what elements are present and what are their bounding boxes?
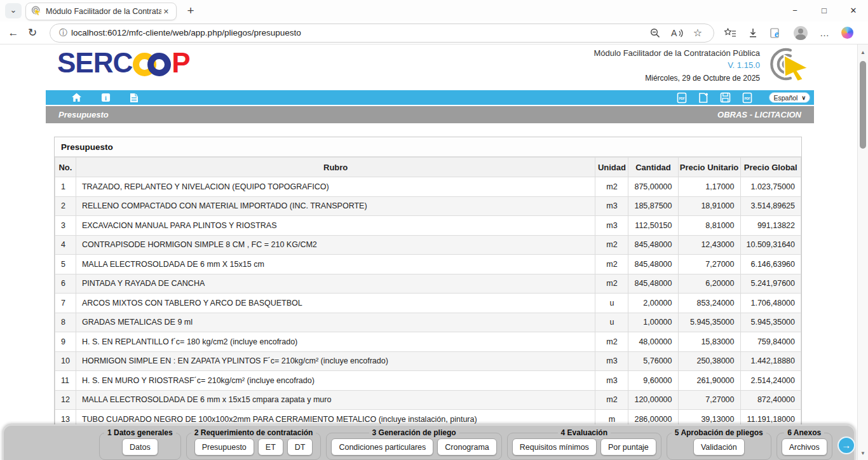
footer-button-datos[interactable]: Datos: [122, 438, 158, 456]
cell-unidad: m2: [595, 255, 628, 274]
zoom-out-icon[interactable]: [650, 28, 660, 38]
cell-precio-global: 1.442,18880: [740, 351, 801, 371]
wizard-step-legend: 3 Generación de pliego: [369, 428, 459, 437]
budget-card: Presupuesto No. Rubro Unidad Cantidad Pr…: [54, 137, 802, 430]
cell-cantidad: 845,48000: [628, 255, 678, 274]
cell-rubro: RELLENO COMPACTADO CON MATERIAL IMPORTAD…: [76, 196, 595, 216]
cell-unidad: u: [595, 294, 628, 313]
main-menu-bar: i PDF: [46, 90, 814, 105]
document-icon[interactable]: [130, 93, 139, 103]
scrollbar-down-icon[interactable]: ▼: [858, 450, 868, 456]
maximize-button[interactable]: □: [810, 0, 839, 22]
language-select[interactable]: Español ∨: [769, 92, 810, 103]
footer-button-condiciones-particulares[interactable]: Condiciones particulares: [331, 438, 433, 456]
browser-window: ⌄ Módulo Facilitador de la Contrata ✕ + …: [0, 0, 868, 460]
tab-search-button[interactable]: ⌄: [5, 3, 22, 18]
favorites-list-icon[interactable]: [724, 28, 736, 38]
wizard-step-group: 6 Anexos Archivos: [776, 428, 832, 460]
new-file-icon[interactable]: [698, 92, 709, 104]
footer-button-requisitos-minimos[interactable]: Requisitos mínimos: [512, 438, 597, 456]
home-icon[interactable]: [71, 93, 82, 102]
cell-rubro: MALLA ELECTROSOLDADA DE 6 mm X 15x15 cm: [76, 255, 595, 274]
browser-toolbar: e …: [724, 26, 853, 40]
wizard-step-buttons: Validación: [672, 438, 766, 456]
browser-tab[interactable]: Módulo Facilitador de la Contrata ✕: [25, 3, 177, 20]
cell-rubro: H. S. EN REPLANTILLO f´c= 180 kg/cm2 (in…: [76, 332, 595, 352]
site-info-icon[interactable]: ⓘ: [59, 27, 67, 39]
copilot-icon[interactable]: [841, 27, 853, 39]
page-scrollbar[interactable]: ▲ ▼: [857, 44, 868, 460]
cell-unidad: m3: [595, 351, 628, 371]
footer-button-et[interactable]: ET: [258, 438, 283, 456]
cell-rubro: TRAZADO, REPLANTEO Y NIVELACION (EQUIPO …: [76, 177, 595, 197]
settings-menu-icon[interactable]: …: [820, 27, 829, 38]
refresh-button[interactable]: ↻: [23, 26, 42, 39]
wizard-step-group: 2 Requerimiento de contratación Presupue…: [186, 428, 322, 460]
footer-button-presupuesto[interactable]: Presupuesto: [194, 438, 254, 456]
cell-precio-unitario: 250,38000: [678, 351, 740, 371]
wizard-step-legend: 1 Datos generales: [104, 428, 176, 437]
menu-right-icons: PDF: [677, 92, 810, 104]
cell-no: 5: [55, 255, 76, 274]
save-icon[interactable]: [720, 92, 731, 103]
cell-precio-unitario: 18,91000: [678, 196, 740, 216]
web-page: SERC P Módulo Facilitador de la Contrata…: [0, 44, 868, 460]
tab-title: Módulo Facilitador de la Contrata: [46, 7, 161, 16]
profile-avatar[interactable]: [794, 26, 808, 40]
table-row: 10 HORMIGON SIMPLE EN : EN ZAPATA YPLINT…: [55, 351, 801, 371]
tab-close-icon[interactable]: ✕: [161, 8, 171, 16]
next-step-button[interactable]: →: [837, 436, 855, 454]
footer-button-archivos[interactable]: Archivos: [782, 438, 827, 456]
back-button[interactable]: ←: [4, 27, 23, 39]
scrollbar-thumb[interactable]: [860, 61, 866, 149]
cell-precio-global: 872,40000: [740, 390, 801, 410]
app-title: Módulo Facilitador de la Contratación Pú…: [593, 48, 760, 58]
cell-rubro: GRADAS METALICAS DE 9 ml: [76, 313, 595, 332]
cell-cantidad: 120,00000: [628, 390, 678, 410]
cell-cantidad: 875,00000: [628, 177, 678, 197]
cell-precio-unitario: 1,17000: [678, 177, 740, 197]
wizard-step-legend: 4 Evaluación: [558, 428, 611, 437]
cell-unidad: m2: [595, 274, 628, 294]
table-header-row: No. Rubro Unidad Cantidad Precio Unitari…: [55, 158, 801, 177]
downloads-icon[interactable]: [748, 28, 758, 38]
scrollbar-up-icon[interactable]: ▲: [858, 50, 868, 55]
footer-button-cronograma[interactable]: Cronograma: [437, 438, 496, 456]
cell-cantidad: 48,00000: [628, 332, 678, 352]
footer-button-validacion[interactable]: Validación: [693, 438, 745, 456]
cell-unidad: m2: [595, 235, 628, 255]
cell-rubro: H. S. EN MURO Y RIOSTRASF´c= 210kg/cm² (…: [76, 371, 595, 391]
cell-precio-unitario: 12,43000: [678, 235, 740, 255]
cell-precio-unitario: 7,27000: [678, 390, 740, 410]
cell-no: 7: [55, 294, 76, 313]
favorite-star-icon[interactable]: ☆: [693, 27, 702, 39]
footer-button-dt[interactable]: DT: [287, 438, 313, 456]
budget-table-body: 1 TRAZADO, REPLANTEO Y NIVELACION (EQUIP…: [55, 177, 801, 430]
close-window-button[interactable]: ✕: [839, 0, 868, 22]
table-row: 11 H. S. EN MURO Y RIOSTRASF´c= 210kg/cm…: [55, 371, 801, 391]
cell-precio-unitario: 261,90000: [678, 371, 740, 391]
footer-button-por-puntaje[interactable]: Por puntaje: [600, 438, 656, 456]
cell-cantidad: 185,87500: [628, 196, 678, 216]
url-bar[interactable]: ⓘ localhost:6012/mfc-cliente/web/app.php…: [50, 24, 714, 43]
cell-no: 9: [55, 332, 76, 352]
minimize-button[interactable]: −: [780, 0, 810, 22]
url-text[interactable]: localhost:6012/mfc-cliente/web/app.php/p…: [71, 28, 645, 37]
mfc-logo: [761, 46, 812, 85]
info-icon[interactable]: i: [101, 93, 111, 102]
cell-cantidad: 112,50150: [628, 216, 678, 236]
cell-precio-global: 1.023,75000: [740, 177, 801, 197]
pdf-download-icon[interactable]: PDF: [742, 92, 752, 104]
ie-mode-icon[interactable]: e: [770, 27, 782, 39]
cell-precio-global: 2.514,24000: [740, 371, 801, 391]
svg-text:PDF: PDF: [745, 97, 750, 100]
read-aloud-icon[interactable]: A: [670, 28, 683, 38]
cell-precio-global: 991,13822: [740, 216, 801, 236]
new-tab-button[interactable]: +: [183, 4, 198, 19]
pdf-export-icon[interactable]: PDF: [677, 92, 687, 104]
cell-unidad: m3: [595, 371, 628, 391]
col-header-cantidad: Cantidad: [628, 158, 678, 177]
wizard-step-buttons: Archivos: [782, 438, 827, 456]
wizard-footer: 1 Datos generales Datos 2 Requerimiento …: [3, 424, 855, 460]
svg-text:PDF: PDF: [679, 97, 685, 100]
